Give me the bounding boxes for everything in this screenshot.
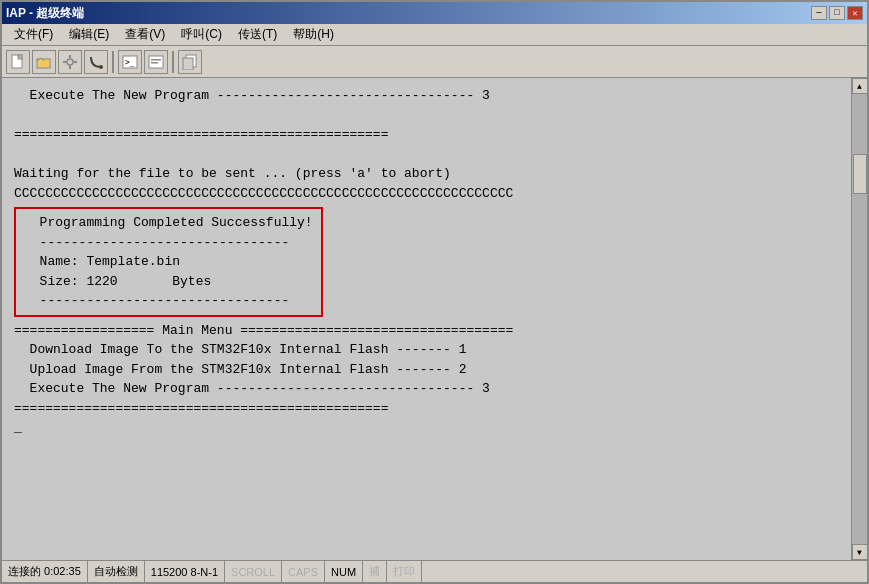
status-capture: 捕: [363, 561, 387, 582]
menu-line-6: Upload Image From the STM32F10x Internal…: [14, 360, 839, 380]
scroll-thumb[interactable]: [853, 154, 867, 194]
status-caps: CAPS: [282, 561, 325, 582]
menu-transfer[interactable]: 传送(T): [230, 24, 285, 45]
menu-file[interactable]: 文件(F): [6, 24, 61, 45]
terminal-button[interactable]: >_: [118, 50, 142, 74]
success-line-1: Programming Completed Successfully!: [24, 213, 313, 233]
svg-point-4: [67, 59, 73, 65]
toolbar: >_: [2, 46, 867, 78]
status-baud: 115200 8-N-1: [145, 561, 225, 582]
svg-rect-14: [151, 62, 158, 64]
toolbar-separator-2: [172, 51, 174, 73]
scroll-down-button[interactable]: ▼: [852, 544, 868, 560]
maximize-button[interactable]: □: [829, 6, 845, 20]
menu-edit[interactable]: 编辑(E): [61, 24, 117, 45]
status-bar: 连接的 0:02:35 自动检测 115200 8-N-1 SCROLL CAP…: [2, 560, 867, 582]
window-title: IAP - 超级终端: [6, 5, 84, 22]
minimize-button[interactable]: ─: [811, 6, 827, 20]
terminal-line-4: [14, 145, 839, 165]
menu-line-4: Download Image To the STM32F10x Internal…: [14, 340, 839, 360]
success-box: Programming Completed Successfully! ----…: [14, 207, 323, 317]
open-button[interactable]: [32, 50, 56, 74]
terminal-line-3: ========================================…: [14, 125, 839, 145]
success-line-2: --------------------------------: [24, 233, 313, 253]
success-line-3: Name: Template.bin: [24, 252, 313, 272]
svg-rect-6: [69, 66, 71, 69]
dial-button[interactable]: [84, 50, 108, 74]
scroll-track[interactable]: [852, 94, 868, 544]
status-connection: 连接的 0:02:35: [2, 561, 88, 582]
terminal-line-5: Waiting for the file to be sent ... (pre…: [14, 164, 839, 184]
close-button[interactable]: ✕: [847, 6, 863, 20]
menu-help[interactable]: 帮助(H): [285, 24, 342, 45]
menu-line-12: _: [14, 418, 839, 438]
success-line-5: --------------------------------: [24, 291, 313, 311]
status-num: NUM: [325, 561, 363, 582]
menu-line-2: ================== Main Menu ===========…: [14, 321, 839, 341]
scrollbar[interactable]: ▲ ▼: [851, 78, 867, 560]
settings-button[interactable]: [58, 50, 82, 74]
menu-line-10: ========================================…: [14, 399, 839, 419]
send-button[interactable]: [144, 50, 168, 74]
copy-button[interactable]: [178, 50, 202, 74]
terminal-line-1: Execute The New Program ----------------…: [14, 86, 839, 106]
svg-rect-16: [183, 58, 193, 70]
status-print: 打印: [387, 561, 422, 582]
menu-bar: 文件(F) 编辑(E) 查看(V) 呼叫(C) 传送(T) 帮助(H): [2, 24, 867, 46]
terminal-container: Execute The New Program ----------------…: [2, 78, 867, 560]
new-button[interactable]: [6, 50, 30, 74]
menu-line-8: Execute The New Program ----------------…: [14, 379, 839, 399]
title-bar-buttons: ─ □ ✕: [811, 6, 863, 20]
terminal[interactable]: Execute The New Program ----------------…: [2, 78, 851, 560]
svg-text:>_: >_: [125, 58, 135, 67]
toolbar-separator-1: [112, 51, 114, 73]
svg-rect-5: [69, 55, 71, 58]
status-scroll: SCROLL: [225, 561, 282, 582]
terminal-line-6: CCCCCCCCCCCCCCCCCCCCCCCCCCCCCCCCCCCCCCCC…: [14, 184, 839, 204]
svg-rect-8: [74, 61, 77, 63]
terminal-line-2: [14, 106, 839, 126]
main-window: IAP - 超级终端 ─ □ ✕ 文件(F) 编辑(E) 查看(V) 呼叫(C)…: [0, 0, 869, 584]
svg-rect-7: [63, 61, 66, 63]
svg-point-9: [99, 65, 103, 69]
menu-view[interactable]: 查看(V): [117, 24, 173, 45]
status-auto-detect: 自动检测: [88, 561, 145, 582]
scroll-up-button[interactable]: ▲: [852, 78, 868, 94]
title-bar: IAP - 超级终端 ─ □ ✕: [2, 2, 867, 24]
menu-call[interactable]: 呼叫(C): [173, 24, 230, 45]
svg-rect-13: [151, 59, 161, 61]
success-line-4: Size: 1220 Bytes: [24, 272, 313, 292]
